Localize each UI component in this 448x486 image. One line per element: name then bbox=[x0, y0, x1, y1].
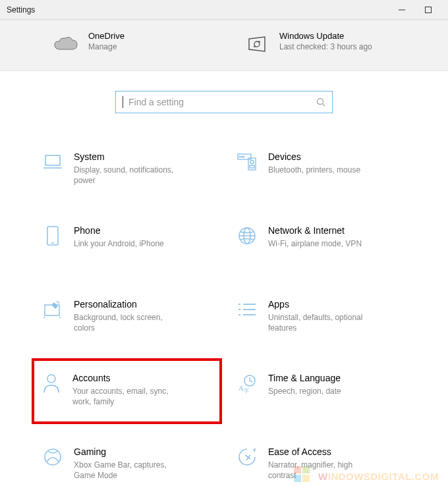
time-language-icon: A字 bbox=[237, 373, 258, 394]
list-icon bbox=[237, 299, 258, 320]
onedrive-title: OneDrive bbox=[88, 31, 125, 41]
update-subtitle: Last checked: 3 hours ago bbox=[279, 42, 372, 53]
window-title: Settings bbox=[7, 5, 35, 14]
tile-subtitle: Wi-Fi, airplane mode, VPN bbox=[268, 238, 362, 249]
tile-title: System bbox=[74, 151, 186, 162]
tile-phone[interactable]: Phone Link your Android, iPhone bbox=[40, 220, 214, 267]
tile-subtitle: Narrator, magnifier, high contrast bbox=[268, 460, 380, 481]
update-title: Windows Update bbox=[279, 31, 372, 41]
devices-icon bbox=[237, 151, 258, 173]
svg-rect-1 bbox=[426, 7, 432, 13]
tile-title: Devices bbox=[268, 151, 360, 162]
paint-icon bbox=[42, 299, 63, 320]
svg-text:字: 字 bbox=[244, 388, 249, 393]
search-input[interactable]: Find a setting bbox=[115, 91, 333, 113]
tile-title: Apps bbox=[268, 299, 380, 310]
search-wrap: Find a setting bbox=[0, 91, 448, 113]
sync-icon bbox=[244, 31, 270, 57]
svg-point-7 bbox=[241, 156, 242, 157]
header-strip: OneDrive Manage Windows Update Last chec… bbox=[0, 20, 448, 71]
tile-subtitle: Uninstall, defaults, optional features bbox=[268, 312, 380, 333]
tile-apps[interactable]: Apps Uninstall, defaults, optional featu… bbox=[234, 294, 408, 341]
svg-point-27 bbox=[47, 375, 55, 383]
cloud-icon bbox=[53, 31, 79, 57]
tile-title: Accounts bbox=[72, 373, 184, 383]
search-placeholder: Find a setting bbox=[128, 97, 311, 107]
svg-line-18 bbox=[43, 317, 45, 318]
maximize-button[interactable] bbox=[415, 1, 441, 19]
text-cursor bbox=[123, 96, 123, 108]
svg-point-8 bbox=[243, 156, 244, 157]
svg-point-2 bbox=[318, 99, 323, 105]
tile-system[interactable]: System Display, sound, notifications, po… bbox=[40, 146, 214, 194]
tile-accounts[interactable]: Accounts Your accounts, email, sync, wor… bbox=[32, 358, 222, 424]
tile-subtitle: Bluetooth, printers, mouse bbox=[268, 165, 360, 175]
tile-title: Personalization bbox=[74, 299, 186, 310]
svg-point-31 bbox=[45, 449, 61, 465]
svg-line-19 bbox=[59, 317, 61, 318]
tile-subtitle: Xbox Game Bar, captures, Game Mode bbox=[74, 460, 186, 481]
tile-title: Network & Internet bbox=[268, 225, 362, 236]
tile-gaming[interactable]: Gaming Xbox Game Bar, captures, Game Mod… bbox=[40, 441, 214, 486]
svg-point-10 bbox=[250, 161, 254, 164]
tile-subtitle: Your accounts, email, sync, work, family bbox=[72, 386, 184, 407]
tile-title: Phone bbox=[74, 225, 164, 236]
phone-icon bbox=[42, 225, 63, 246]
svg-rect-4 bbox=[45, 155, 60, 165]
person-icon bbox=[41, 373, 62, 394]
tile-title: Ease of Access bbox=[268, 446, 380, 457]
xbox-icon bbox=[42, 446, 63, 468]
tile-personalization[interactable]: Personalization Background, lock screen,… bbox=[40, 294, 214, 341]
header-onedrive[interactable]: OneDrive Manage bbox=[53, 31, 204, 57]
minimize-button[interactable] bbox=[389, 1, 415, 19]
tile-subtitle: Link your Android, iPhone bbox=[74, 238, 164, 249]
svg-rect-11 bbox=[250, 165, 254, 168]
tile-subtitle: Speech, region, date bbox=[268, 386, 341, 396]
tile-title: Time & Language bbox=[268, 373, 341, 383]
header-windows-update[interactable]: Windows Update Last checked: 3 hours ago bbox=[244, 31, 395, 57]
globe-icon bbox=[237, 225, 258, 246]
svg-text:A: A bbox=[238, 384, 244, 392]
settings-grid: System Display, sound, notifications, po… bbox=[40, 146, 408, 486]
tile-network[interactable]: Network & Internet Wi-Fi, airplane mode,… bbox=[234, 220, 408, 267]
svg-point-6 bbox=[239, 156, 240, 157]
onedrive-subtitle: Manage bbox=[88, 42, 125, 53]
svg-line-3 bbox=[323, 104, 325, 107]
tile-devices[interactable]: Devices Bluetooth, printers, mouse bbox=[234, 146, 408, 194]
svg-line-20 bbox=[57, 301, 59, 304]
tile-subtitle: Background, lock screen, colors bbox=[74, 312, 186, 333]
laptop-icon bbox=[42, 151, 63, 173]
svg-rect-12 bbox=[47, 227, 58, 245]
search-icon bbox=[316, 97, 325, 107]
tile-ease-of-access[interactable]: Ease of Access Narrator, magnifier, high… bbox=[234, 441, 408, 486]
tile-time-language[interactable]: A字 Time & Language Speech, region, date bbox=[234, 367, 408, 415]
tile-subtitle: Display, sound, notifications, power bbox=[74, 165, 186, 186]
tile-title: Gaming bbox=[74, 446, 186, 457]
titlebar: Settings bbox=[0, 0, 448, 20]
ease-icon bbox=[237, 446, 258, 468]
